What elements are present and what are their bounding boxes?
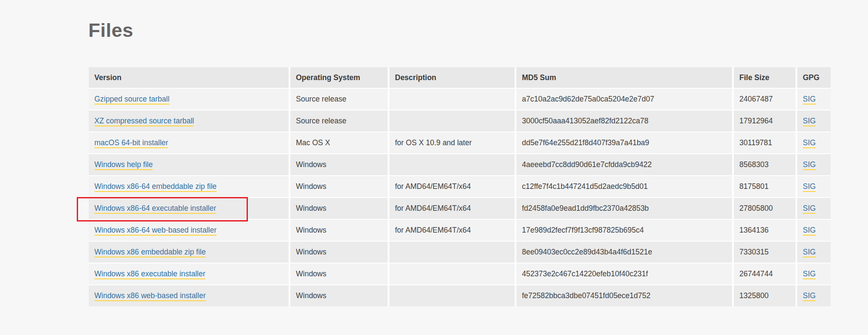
sig-link[interactable]: SIG	[803, 117, 816, 126]
md5-sum-cell: 8ee09403ec0cc2e89d43b4a4f6d1521e	[515, 241, 732, 263]
table-row: Windows x86-64 executable installer Wind…	[89, 197, 831, 219]
description-cell: for AMD64/EM64T/x64	[388, 175, 515, 197]
operating-system-cell: Windows	[289, 219, 388, 241]
operating-system-cell: Windows	[289, 241, 388, 263]
table-row: Gzipped source tarball Source release a7…	[89, 88, 831, 110]
files-table-container: Version Operating System Description MD5…	[89, 67, 831, 306]
md5-sum-cell: 452373e2c467c14220efeb10f40c231f	[515, 263, 732, 284]
file-size-cell: 30119781	[732, 132, 796, 153]
gpg-cell: SIG	[796, 88, 831, 110]
description-cell	[388, 284, 515, 306]
file-size-cell: 26744744	[732, 263, 796, 284]
page-title: Files	[88, 21, 133, 40]
table-row: Windows x86 web-based installer Windows …	[89, 284, 831, 306]
operating-system-cell: Windows	[289, 153, 388, 175]
gpg-cell: SIG	[796, 110, 831, 132]
version-link[interactable]: macOS 64-bit installer	[94, 138, 168, 148]
version-link[interactable]: XZ compressed source tarball	[94, 117, 194, 126]
table-row: Windows help file Windows 4aeeebd7cc8dd9…	[89, 153, 831, 175]
file-size-cell: 8175801	[732, 175, 796, 197]
version-link[interactable]: Windows x86-64 web-based installer	[94, 226, 217, 236]
column-header-file-size: File Size	[732, 67, 796, 88]
gpg-cell: SIG	[796, 284, 831, 306]
md5-sum-cell: 3000cf50aaa413052aef82fd2122ca78	[515, 110, 732, 132]
version-cell: Windows x86-64 embeddable zip file	[89, 175, 289, 197]
operating-system-cell: Source release	[289, 110, 388, 132]
version-link[interactable]: Gzipped source tarball	[94, 95, 169, 105]
md5-sum-cell: 4aeeebd7cc8dd90d61e7cfdda9cb9422	[515, 153, 732, 175]
file-size-cell: 27805800	[732, 197, 796, 219]
md5-sum-cell: dd5e7f64e255d21f8d407f39a7a41ba9	[515, 132, 732, 153]
version-link[interactable]: Windows x86 embeddable zip file	[94, 248, 206, 257]
file-size-cell: 7330315	[732, 241, 796, 263]
gpg-cell: SIG	[796, 241, 831, 263]
description-cell	[388, 153, 515, 175]
version-link[interactable]: Windows x86-64 executable installer	[94, 204, 216, 214]
version-cell: Windows x86-64 web-based installer	[89, 219, 289, 241]
version-link[interactable]: Windows x86-64 embeddable zip file	[94, 182, 217, 192]
file-size-cell: 1364136	[732, 219, 796, 241]
description-cell: for OS X 10.9 and later	[388, 132, 515, 153]
column-header-gpg: GPG	[796, 67, 831, 88]
md5-sum-cell: fe72582bbca3dbe07451fd05ece1d752	[515, 284, 732, 306]
gpg-cell: SIG	[796, 219, 831, 241]
table-row: macOS 64-bit installer Mac OS X for OS X…	[89, 132, 831, 153]
operating-system-cell: Source release	[289, 88, 388, 110]
version-cell: Windows x86-64 executable installer	[89, 197, 289, 219]
description-cell	[388, 110, 515, 132]
table-row: Windows x86 embeddable zip file Windows …	[89, 241, 831, 263]
sig-link[interactable]: SIG	[803, 269, 816, 279]
md5-sum-cell: 17e989d2fecf7f9f13cf987825b695c4	[515, 219, 732, 241]
sig-link[interactable]: SIG	[803, 160, 816, 170]
operating-system-cell: Windows	[289, 197, 388, 219]
version-cell: macOS 64-bit installer	[89, 132, 289, 153]
version-cell: Gzipped source tarball	[89, 88, 289, 110]
operating-system-cell: Windows	[289, 284, 388, 306]
version-cell: Windows x86 embeddable zip file	[89, 241, 289, 263]
version-cell: Windows help file	[89, 153, 289, 175]
gpg-cell: SIG	[796, 175, 831, 197]
column-header-description: Description	[388, 67, 515, 88]
gpg-cell: SIG	[796, 153, 831, 175]
sig-link[interactable]: SIG	[803, 95, 816, 105]
sig-link[interactable]: SIG	[803, 138, 816, 148]
version-link[interactable]: Windows x86 executable installer	[94, 269, 205, 279]
gpg-cell: SIG	[796, 263, 831, 284]
description-cell: for AMD64/EM64T/x64	[388, 197, 515, 219]
operating-system-cell: Mac OS X	[289, 132, 388, 153]
file-size-cell: 8568303	[732, 153, 796, 175]
version-cell: Windows x86 web-based installer	[89, 284, 289, 306]
column-header-operating-system: Operating System	[289, 67, 388, 88]
version-cell: XZ compressed source tarball	[89, 110, 289, 132]
column-header-version: Version	[89, 67, 289, 88]
version-link[interactable]: Windows help file	[94, 160, 153, 170]
md5-sum-cell: fd2458fa0e9ead1dd9fbc2370a42853b	[515, 197, 732, 219]
operating-system-cell: Windows	[289, 175, 388, 197]
sig-link[interactable]: SIG	[803, 204, 816, 214]
files-table: Version Operating System Description MD5…	[89, 67, 831, 306]
column-header-md5-sum: MD5 Sum	[515, 67, 732, 88]
version-cell: Windows x86 executable installer	[89, 263, 289, 284]
sig-link[interactable]: SIG	[803, 291, 816, 301]
description-cell: for AMD64/EM64T/x64	[388, 219, 515, 241]
table-row: Windows x86 executable installer Windows…	[89, 263, 831, 284]
files-page: Files Version Operating System Descripti…	[0, 0, 868, 335]
table-row: Windows x86-64 web-based installer Windo…	[89, 219, 831, 241]
md5-sum-cell: a7c10a2ac9d62de75a0ca5204e2e7d07	[515, 88, 732, 110]
table-header-row: Version Operating System Description MD5…	[89, 67, 831, 88]
table-row: Windows x86-64 embeddable zip file Windo…	[89, 175, 831, 197]
version-link[interactable]: Windows x86 web-based installer	[94, 291, 206, 301]
operating-system-cell: Windows	[289, 263, 388, 284]
file-size-cell: 24067487	[732, 88, 796, 110]
sig-link[interactable]: SIG	[803, 226, 816, 236]
gpg-cell: SIG	[796, 197, 831, 219]
file-size-cell: 1325800	[732, 284, 796, 306]
sig-link[interactable]: SIG	[803, 248, 816, 257]
description-cell	[388, 263, 515, 284]
md5-sum-cell: c12ffe7f4c1b447241d5d2aedc9b5d01	[515, 175, 732, 197]
file-size-cell: 17912964	[732, 110, 796, 132]
table-row: XZ compressed source tarball Source rele…	[89, 110, 831, 132]
description-cell	[388, 241, 515, 263]
sig-link[interactable]: SIG	[803, 182, 816, 192]
description-cell	[388, 88, 515, 110]
